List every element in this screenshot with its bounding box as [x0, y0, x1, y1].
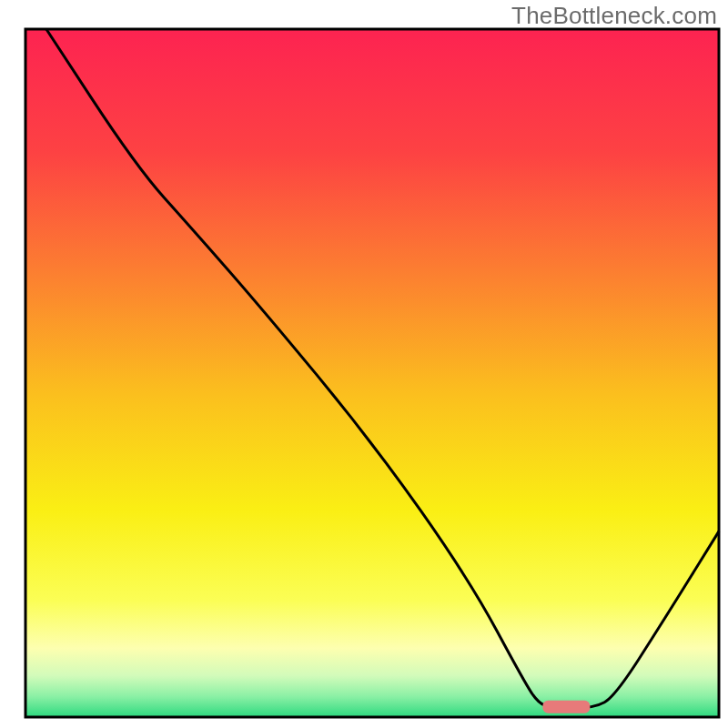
bottleneck-chart: [0, 0, 728, 728]
optimal-marker: [542, 701, 590, 713]
plot-background: [25, 29, 719, 717]
